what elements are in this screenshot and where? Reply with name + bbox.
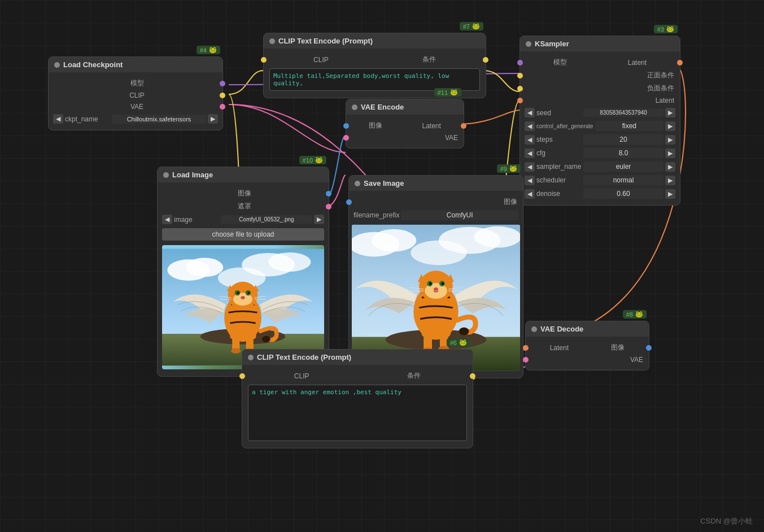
ksampler-node: #3 🐸 KSampler 模型 Latent 正面条件 负面条件 Latent… (519, 36, 680, 206)
sampler-prev-btn[interactable]: ◀ (525, 162, 535, 172)
vae-decode-vae-row: VAE (526, 354, 649, 365)
clip-label: CLIP (313, 56, 329, 64)
steps-next-btn[interactable]: ▶ (665, 135, 675, 145)
prompt-textarea-6[interactable]: a tiger with anger emotion ,best quality (248, 385, 467, 441)
vae-decode-body: Latent 图像 VAE (526, 337, 649, 370)
node-title: VAE Encode (361, 103, 404, 111)
denoise-prev-btn[interactable]: ◀ (525, 189, 535, 199)
filename-prefix-row: filename_prefix ComfyUI (349, 208, 523, 222)
sched-value: normal (583, 175, 663, 185)
img-out-label: 图像 (238, 189, 251, 198)
latent-out-label: Latent (422, 122, 440, 130)
img-label: 图像 (504, 197, 517, 207)
node-status-dot (269, 38, 275, 44)
mask-out-label: 遮罩 (238, 202, 251, 211)
seed-prev-btn[interactable]: ◀ (525, 108, 535, 117)
cag-next-btn[interactable]: ▶ (665, 121, 675, 131)
node-id-3: #3 🐸 (654, 25, 678, 33)
pos-label: 正面条件 (647, 71, 674, 80)
prompt-textarea-7[interactable]: Multiple tail,Separated body,worst quali… (269, 68, 480, 91)
port-model-in (517, 60, 523, 66)
cfg-prev-btn[interactable]: ◀ (525, 149, 535, 158)
vae-decode-node: #8 🐸 VAE Decode Latent 图像 VAE (525, 321, 649, 370)
denoise-value: 0.60 (583, 189, 663, 199)
svg-point-44 (434, 287, 438, 291)
port-image-out (326, 191, 331, 197)
svg-point-43 (441, 282, 444, 285)
img-name-value: ComfyUI_00532_.png (221, 215, 312, 224)
denoise-row: ◀ denoise 0.60 ▶ (520, 187, 680, 200)
ksampler-model-row: 模型 Latent (520, 56, 680, 69)
port-latent-out (677, 60, 683, 66)
load-checkpoint-header: Load Checkpoint (49, 57, 222, 72)
filename-label: filename_prefix (353, 211, 399, 219)
latent-label: Latent (656, 97, 674, 104)
clip-text-encode-6-node: #6 🐸 CLIP Text Encode (Prompt) CLIP 条件 a… (242, 349, 473, 448)
load-checkpoint-node: #4 🐸 Load Checkpoint 模型 CLIP VAE ◀ ckpt_… (48, 56, 223, 130)
node-id-7: #7 🐸 (460, 22, 483, 30)
steps-row: ◀ steps 20 ▶ (520, 133, 680, 146)
sched-next-btn[interactable]: ▶ (665, 176, 675, 185)
ckpt-name-value: Chilloutmix.safetensors (112, 115, 206, 124)
output-label-model: 模型 (130, 79, 144, 88)
vae-encode-body: 图像 Latent VAE (346, 115, 464, 148)
svg-rect-24 (230, 326, 237, 339)
neg-label: 负面条件 (647, 84, 674, 93)
ckpt-name-row: ◀ ckpt_name Chilloutmix.safetensors ▶ (49, 112, 222, 125)
cfg-next-btn[interactable]: ▶ (665, 149, 675, 158)
img-out-label: 图像 (611, 343, 625, 352)
svg-point-31 (372, 229, 416, 252)
seed-next-btn[interactable]: ▶ (665, 108, 675, 117)
cag-prev-btn[interactable]: ◀ (525, 121, 535, 131)
sampler-row: ◀ sampler_name euler ▶ (520, 160, 680, 173)
node-id-8: #8 🐸 (623, 310, 647, 319)
output-label-clip: CLIP (129, 91, 145, 99)
svg-point-14 (247, 292, 250, 294)
img-label: 图像 (369, 121, 382, 130)
img-next-btn[interactable]: ▶ (314, 215, 324, 224)
output-row-model: 模型 (49, 77, 222, 90)
watermark-text: CSDN @曾小蛙 (700, 517, 753, 525)
steps-prev-btn[interactable]: ◀ (525, 135, 535, 145)
load-image-output-rows: 图像 (158, 187, 329, 200)
node-status-dot (355, 181, 360, 186)
output-row-clip: CLIP (49, 90, 222, 101)
choose-file-btn[interactable]: choose file to upload (162, 228, 324, 241)
load-image-mask-row: 遮罩 (158, 200, 329, 213)
clip-encode-6-header: CLIP Text Encode (Prompt) (242, 350, 473, 365)
output-label-condition: 条件 (407, 371, 421, 381)
port-clip-out (220, 93, 225, 98)
clip-input-row: CLIP 条件 (264, 53, 486, 66)
img-prev-btn[interactable]: ◀ (162, 215, 172, 224)
sampler-next-btn[interactable]: ▶ (665, 162, 675, 172)
vae-label: VAE (630, 356, 643, 364)
svg-point-2 (186, 258, 223, 277)
node-status-dot (526, 41, 531, 47)
sched-prev-btn[interactable]: ◀ (525, 176, 535, 185)
port-latent-out (461, 123, 466, 129)
node-status-dot (352, 104, 357, 110)
cfg-value: 8.0 (583, 148, 663, 158)
seed-label: seed (536, 109, 582, 117)
sampler-label: sampler_name (536, 163, 582, 171)
port-condition-out (470, 373, 475, 379)
clip-encode-7-header: CLIP Text Encode (Prompt) (264, 33, 486, 49)
load-image-header: Load Image (158, 167, 329, 182)
ckpt-prev-btn[interactable]: ◀ (53, 114, 63, 124)
model-label: 模型 (553, 58, 567, 67)
load-checkpoint-body: 模型 CLIP VAE ◀ ckpt_name Chilloutmix.safe… (49, 72, 222, 130)
node-id-11: #11 🐸 (434, 88, 461, 97)
ckpt-next-btn[interactable]: ▶ (208, 114, 218, 124)
vae-decode-latent-row: Latent 图像 (526, 341, 649, 354)
svg-point-4 (268, 252, 311, 272)
vae-encode-header: VAE Encode (346, 99, 464, 115)
load-image-node: #10 🐸 Load Image 图像 遮罩 ◀ image ComfyUI_0… (157, 167, 329, 377)
latent-out-label: Latent (628, 59, 647, 67)
denoise-next-btn[interactable]: ▶ (665, 189, 675, 199)
svg-point-34 (411, 241, 466, 265)
port-neg-in (517, 86, 523, 91)
prompt-text-7: Multiple tail,Separated body,worst quali… (273, 72, 449, 87)
ckpt-name-label: ckpt_name (65, 115, 110, 123)
save-image-node: #9 🐸 Save Image 图像 filename_prefix Comfy… (348, 175, 523, 378)
seed-value: 830583643537940 (583, 108, 663, 117)
